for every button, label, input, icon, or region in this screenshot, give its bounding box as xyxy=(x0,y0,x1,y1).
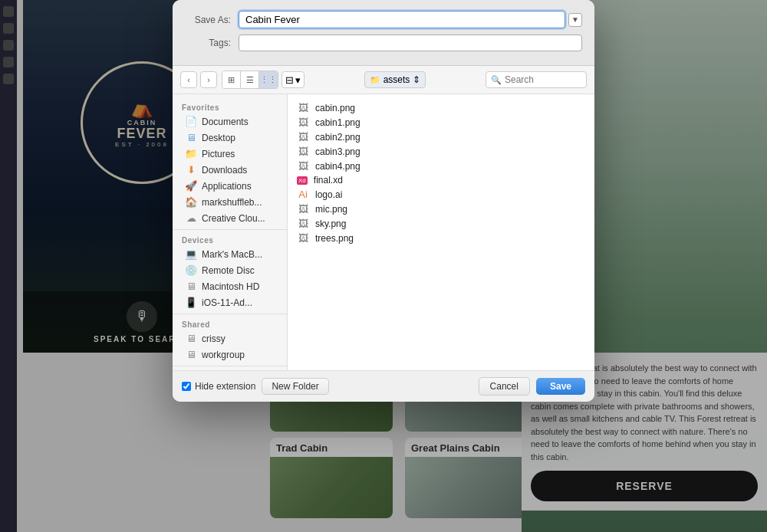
ios-icon: 📱 xyxy=(185,297,197,308)
sidebar-item-macintosh-hd[interactable]: 🖥 Macintosh HD xyxy=(176,278,284,294)
hide-extension-checkbox[interactable] xyxy=(182,382,191,391)
sidebar-item-ios-label: iOS-11-Ad... xyxy=(202,297,252,308)
view-column-button[interactable]: ⋮⋮ xyxy=(259,71,278,88)
divider-3 xyxy=(173,366,287,366)
divider-2 xyxy=(173,314,287,314)
expand-button[interactable]: ▼ xyxy=(568,13,582,27)
file-name-logo: logo.ai xyxy=(315,189,342,200)
documents-icon: 📄 xyxy=(185,116,197,127)
file-name-sky: sky.png xyxy=(315,218,346,229)
hide-extension-text: Hide extension xyxy=(195,381,255,392)
view-icon-button[interactable]: ⊞ xyxy=(222,71,241,88)
sidebar-item-cloud-label: Creative Clou... xyxy=(202,213,265,224)
desktop-icon: 🖥 xyxy=(185,132,197,143)
save-as-input[interactable] xyxy=(239,11,565,28)
location-dropdown-button[interactable]: 📁 assets ⇕ xyxy=(364,71,426,88)
search-box: 🔍 xyxy=(486,71,587,88)
sidebar-item-downloads-label: Downloads xyxy=(202,165,247,176)
sidebar-item-remote-disc[interactable]: 💿 Remote Disc xyxy=(176,262,284,278)
view-mode-group: ⊞ ☰ ⋮⋮ xyxy=(222,71,278,89)
file-name-cabin1: cabin1.png xyxy=(315,117,360,128)
sidebar-item-markshuffleb[interactable]: 🏠 markshuffleb... xyxy=(176,194,284,210)
sidebar-item-ios[interactable]: 📱 iOS-11-Ad... xyxy=(176,294,284,310)
save-as-row: Save As: ▼ xyxy=(185,11,582,28)
forward-button[interactable]: › xyxy=(200,71,217,88)
sidebar-item-applications[interactable]: 🚀 Applications xyxy=(176,178,284,194)
file-name-xd: final.xd xyxy=(314,175,343,186)
sidebar-item-macbook-label: Mark's MacB... xyxy=(202,249,262,260)
view-list-button[interactable]: ☰ xyxy=(241,71,259,88)
devices-header: Devices xyxy=(173,233,287,246)
file-name-cabin: cabin.png xyxy=(315,103,355,113)
back-button[interactable]: ‹ xyxy=(180,71,197,88)
sidebar-item-workgroup[interactable]: 🖥 workgroup xyxy=(176,346,284,363)
sidebar-item-macbook[interactable]: 💻 Mark's MacB... xyxy=(176,246,284,262)
file-icon-mic: 🖼 xyxy=(297,203,309,215)
file-name-cabin4: cabin4.png xyxy=(315,161,360,172)
downloads-icon: ⬇ xyxy=(185,164,197,176)
network-icon-2: 🖥 xyxy=(185,349,197,360)
location-selector: 📁 assets ⇕ xyxy=(308,71,482,88)
save-dialog: Save As: ▼ Tags: ‹ › ⊞ ☰ ⋮⋮ ⊟ ▾ xyxy=(173,0,594,402)
sidebar-item-creative-cloud[interactable]: ☁ Creative Clou... xyxy=(176,210,284,226)
file-list: 🖼 cabin.png 🖼 cabin1.png 🖼 cabin2.png 🖼 … xyxy=(288,94,594,370)
view-options-icon: ⊟ xyxy=(285,74,294,86)
sidebar-item-disc-label: Remote Disc xyxy=(202,265,255,276)
new-folder-button[interactable]: New Folder xyxy=(262,378,328,395)
folder-icon: 📁 xyxy=(370,75,380,85)
dialog-header: Save As: ▼ Tags: xyxy=(173,0,594,66)
favorites-header: Favorites xyxy=(173,100,287,113)
sidebar-item-documents[interactable]: 📄 Documents xyxy=(176,113,284,130)
file-item-cabin4-png[interactable]: 🖼 cabin4.png xyxy=(294,159,588,173)
file-item-cabin1-png[interactable]: 🖼 cabin1.png xyxy=(294,115,588,130)
cancel-button[interactable]: Cancel xyxy=(479,377,530,396)
sidebar-item-applications-label: Applications xyxy=(202,181,252,192)
dialog-overlay: Save As: ▼ Tags: ‹ › ⊞ ☰ ⋮⋮ ⊟ ▾ xyxy=(0,0,767,532)
tags-label: Tags: xyxy=(185,38,231,48)
file-icon-xd: Xd xyxy=(297,176,308,185)
file-item-cabin3-png[interactable]: 🖼 cabin3.png xyxy=(294,144,588,159)
applications-icon: 🚀 xyxy=(185,180,197,192)
file-name-trees: trees.png xyxy=(315,233,354,244)
file-item-cabin2-png[interactable]: 🖼 cabin2.png xyxy=(294,130,588,144)
file-item-mic-png[interactable]: 🖼 mic.png xyxy=(294,202,588,216)
search-input[interactable] xyxy=(505,74,581,85)
macbook-icon: 💻 xyxy=(185,248,197,260)
file-name-cabin3: cabin3.png xyxy=(315,146,360,157)
save-as-label: Save As: xyxy=(185,15,231,25)
view-options-dropdown[interactable]: ⊟ ▾ xyxy=(281,71,304,88)
sidebar-item-desktop[interactable]: 🖥 Desktop xyxy=(176,130,284,146)
file-item-sky-png[interactable]: 🖼 sky.png xyxy=(294,216,588,231)
sidebar-item-downloads[interactable]: ⬇ Downloads xyxy=(176,162,284,178)
cloud-icon: ☁ xyxy=(185,212,197,224)
disc-icon: 💿 xyxy=(185,264,197,276)
file-name-cabin2: cabin2.png xyxy=(315,132,360,143)
sidebar-item-workgroup-label: workgroup xyxy=(202,350,245,360)
shared-header: Shared xyxy=(173,317,287,330)
file-icon-sky: 🖼 xyxy=(297,218,309,229)
dialog-footer: Hide extension New Folder Cancel Save xyxy=(173,370,594,402)
sidebar-item-desktop-label: Desktop xyxy=(202,133,235,143)
file-item-logo-ai[interactable]: Ai logo.ai xyxy=(294,187,588,202)
divider-1 xyxy=(173,229,287,230)
file-sidebar: Favorites 📄 Documents 🖥 Desktop 📁 Pictur… xyxy=(173,94,288,370)
sidebar-item-crissy[interactable]: 🖥 crissy xyxy=(176,330,284,346)
file-name-mic: mic.png xyxy=(315,204,347,215)
sidebar-item-pictures-label: Pictures xyxy=(202,149,235,159)
dialog-toolbar: ‹ › ⊞ ☰ ⋮⋮ ⊟ ▾ 📁 assets ⇕ 🔍 xyxy=(173,66,594,94)
hide-extension-label[interactable]: Hide extension xyxy=(182,381,255,392)
file-icon-cabin2: 🖼 xyxy=(297,131,309,143)
file-icon-trees: 🖼 xyxy=(297,232,309,244)
pictures-icon: 📁 xyxy=(185,148,197,159)
file-item-cabin-png[interactable]: 🖼 cabin.png xyxy=(294,100,588,115)
sidebar-item-documents-label: Documents xyxy=(202,117,249,127)
save-button[interactable]: Save xyxy=(536,378,585,395)
sidebar-item-hd-label: Macintosh HD xyxy=(202,281,259,292)
file-icon-cabin4: 🖼 xyxy=(297,160,309,172)
file-item-final-xd[interactable]: Xd final.xd xyxy=(294,173,588,187)
sidebar-item-pictures[interactable]: 📁 Pictures xyxy=(176,146,284,162)
sidebar-item-mark-label: markshuffleb... xyxy=(202,197,262,208)
tags-input[interactable] xyxy=(239,34,582,51)
file-item-trees-png[interactable]: 🖼 trees.png xyxy=(294,231,588,245)
file-icon-cabin3: 🖼 xyxy=(297,146,309,157)
